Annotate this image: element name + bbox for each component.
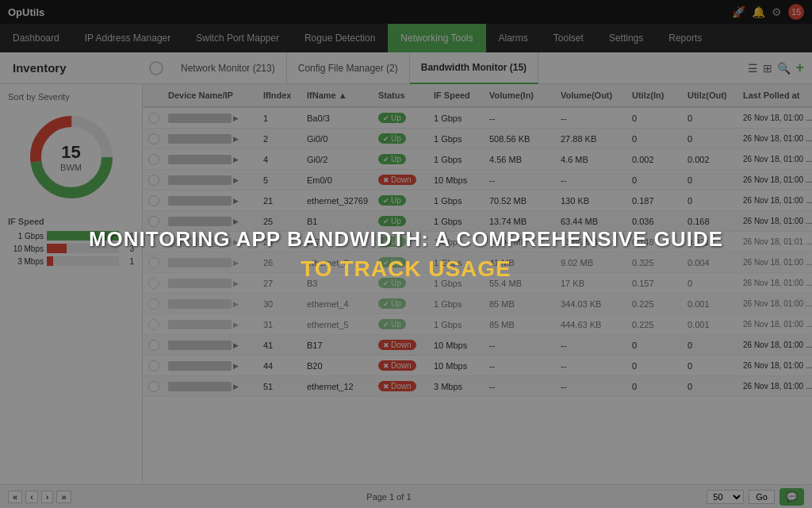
row-status: ✔ Up [375,150,431,169]
expand-arrow-icon[interactable]: ▶ [233,197,239,205]
row-vol-out: 17 KB [557,275,629,292]
row-speed: 1 Gbps [431,213,486,230]
tab-network-monitor[interactable]: Network Monitor (213) [170,52,287,84]
row-checkbox-cell[interactable] [143,150,165,169]
row-last-polled: 26 Nov 18, 01:00 ... [740,337,812,353]
expand-arrow-icon[interactable]: ▶ [233,114,239,122]
expand-arrow-icon[interactable]: ▶ [233,217,239,225]
nav-switch-port-mapper[interactable]: Switch Port Mapper [183,24,292,52]
row-device: ▶ [165,316,260,333]
col-header-utilz-in[interactable]: Utilz(In) [629,87,684,103]
expand-arrow-icon[interactable]: ▶ [233,135,239,143]
bell-icon[interactable]: 🔔 [752,6,765,18]
expand-arrow-icon[interactable]: ▶ [233,238,239,246]
list-view-icon[interactable]: ☰ [748,62,758,75]
nav-alarms[interactable]: Alarms [486,24,541,52]
search-icon[interactable]: 🔍 [777,62,791,75]
col-header-device[interactable]: Device Name/IP [165,87,260,103]
row-checkbox[interactable] [148,216,159,227]
row-checkbox-cell[interactable] [143,294,165,314]
row-checkbox[interactable] [148,360,159,371]
row-checkbox[interactable] [148,113,159,124]
go-button[interactable]: Go [749,490,775,504]
row-checkbox-cell[interactable] [143,377,165,396]
table-row: ▶ 2 Gi0/0 ✔ Up 1 Gbps 508.56 KB 27.88 KB… [143,129,812,149]
speed-bar-wrap-10mbps [47,244,119,253]
row-utilz-in: 0 [629,130,684,148]
row-checkbox[interactable] [148,175,159,186]
add-icon[interactable]: + [795,60,804,76]
col-header-vol-in[interactable]: Volume(In) [486,87,557,103]
gear-icon[interactable]: ⚙ [772,6,782,18]
row-checkbox-cell[interactable] [143,171,165,190]
user-avatar[interactable]: 15 [788,4,804,20]
expand-arrow-icon[interactable]: ▶ [233,279,239,287]
row-speed: 3 Mbps [431,378,486,395]
expand-arrow-icon[interactable]: ▶ [233,383,239,391]
expand-arrow-icon[interactable]: ▶ [233,300,239,308]
nav-toolset[interactable]: Toolset [541,24,596,52]
row-checkbox-cell[interactable] [143,109,165,128]
nav-reports[interactable]: Reports [656,24,714,52]
table-body: ▶ 1 Ba0/3 ✔ Up 1 Gbps -- -- 0 0 26 Nov 1… [143,108,812,397]
row-checkbox[interactable] [148,133,159,144]
chat-button[interactable]: 💬 [779,488,804,506]
row-checkbox[interactable] [148,319,159,330]
col-header-utilz-out[interactable]: Utilz(Out) [684,87,740,103]
row-checkbox[interactable] [148,278,159,289]
row-checkbox[interactable] [148,340,159,351]
row-checkbox-cell[interactable] [143,356,165,375]
col-header-vol-out[interactable]: Volume(Out) [557,87,629,103]
tab-bandwidth-monitor[interactable]: Bandwidth Monitor (15) [410,52,538,84]
row-device: ▶ [165,357,260,375]
nav-networking-tools[interactable]: Networking Tools [388,24,485,52]
expand-arrow-icon[interactable]: ▶ [233,156,239,164]
col-header-ifname[interactable]: IfName ▲ [304,87,375,103]
rocket-icon[interactable]: 🚀 [732,6,745,18]
speed-count-3mbps: 1 [122,257,134,266]
row-checkbox[interactable] [148,154,159,165]
grid-view-icon[interactable]: ⊞ [763,62,772,75]
bottom-right: 50 100 Go 💬 [707,488,804,506]
row-checkbox[interactable] [148,257,159,268]
row-checkbox-cell[interactable] [143,253,165,272]
row-checkbox-cell[interactable] [143,129,165,148]
row-vol-in: -- [486,357,557,375]
row-checkbox[interactable] [148,195,159,206]
tab-config-file-manager[interactable]: Config File Manager (2) [287,52,410,84]
prev-page-button[interactable]: ‹ [25,491,38,503]
expand-arrow-icon[interactable]: ▶ [233,321,239,329]
col-header-last-polled[interactable]: Last Polled at [740,87,812,103]
table-row: ▶ 51 ethernet_12 ✖ Down 3 Mbps -- -- 0 0… [143,376,812,397]
expand-arrow-icon[interactable]: ▶ [233,176,239,184]
speed-bar-10mbps: 10 Mbps 3 [8,244,134,253]
row-device: ▶ [165,213,260,230]
row-ifindex: 44 [260,357,304,375]
row-checkbox[interactable] [148,381,159,392]
row-checkbox-cell[interactable] [143,233,165,252]
expand-arrow-icon[interactable]: ▶ [233,362,239,370]
row-checkbox-cell[interactable] [143,274,165,293]
row-utilz-in: 0.325 [629,254,684,271]
col-header-ifindex[interactable]: IfIndex [260,87,304,103]
row-checkbox[interactable] [148,298,159,310]
nav-ip-address-manager[interactable]: IP Address Manager [72,24,184,52]
col-header-speed[interactable]: IF Speed [431,87,486,103]
expand-arrow-icon[interactable]: ▶ [233,341,239,349]
rows-per-page-select[interactable]: 50 100 [707,490,744,504]
next-page-button[interactable]: › [41,491,54,503]
nav-dashboard[interactable]: Dashboard [0,24,72,52]
first-page-button[interactable]: « [8,491,22,503]
row-checkbox-cell[interactable] [143,191,165,210]
row-ifindex: 5 [260,171,304,189]
col-header-status[interactable]: Status [375,87,431,103]
row-checkbox-cell[interactable] [143,315,165,334]
row-checkbox-cell[interactable] [143,212,165,231]
last-page-button[interactable]: » [56,491,71,503]
nav-settings[interactable]: Settings [596,24,656,52]
nav-rogue-detection[interactable]: Rogue Detection [292,24,388,52]
row-checkbox[interactable] [148,237,159,248]
row-checkbox-cell[interactable] [143,336,165,355]
expand-arrow-icon[interactable]: ▶ [233,259,239,267]
row-ifname: B17 [304,337,375,354]
